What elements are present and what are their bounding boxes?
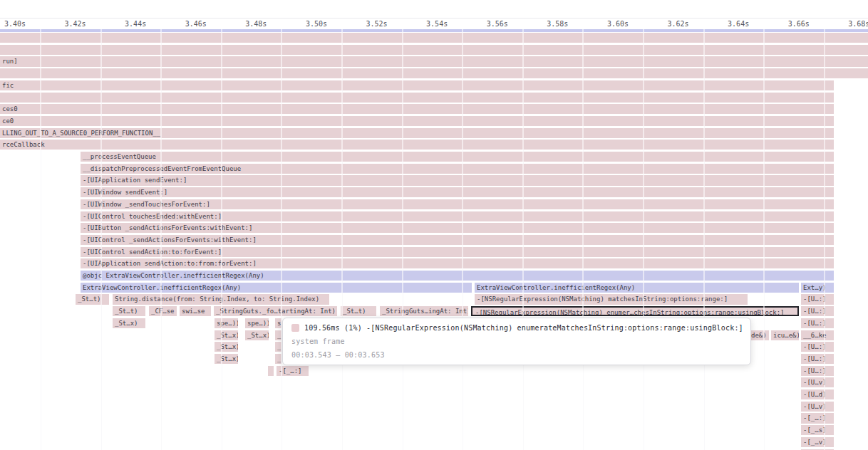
frame-bar[interactable]: __dispatchPreprocessedEventFromEventQueu… xyxy=(81,164,834,174)
timeline-selection-strip xyxy=(0,29,868,32)
time-gridline xyxy=(703,29,705,450)
frame-bar[interactable]: __processEventQueue xyxy=(81,152,834,162)
frame-bar[interactable] xyxy=(0,33,868,43)
frame-bar[interactable]: -[UIControl _sendActionsForEvents:withEv… xyxy=(81,235,834,245)
frame-bar[interactable]: _St…t) xyxy=(341,306,376,316)
frame-bar[interactable] xyxy=(0,68,868,78)
frame-bar[interactable]: icu…e&) xyxy=(771,330,799,340)
time-tick-label: 3.64s xyxy=(719,19,749,28)
frame-bar[interactable]: de&) xyxy=(749,330,769,340)
frame-bar[interactable]: -[U…:] xyxy=(801,294,834,304)
tooltip-duration-line: 109.56ms (1%) -[NSRegularExpression(NSMa… xyxy=(291,323,742,333)
frame-tooltip: 109.56ms (1%) -[NSRegularExpression(NSMa… xyxy=(282,318,751,365)
time-gridline xyxy=(582,29,584,450)
frame-bar[interactable]: -[UIControl sendAction:to:forEvent:] xyxy=(81,247,834,257)
ruler-divider xyxy=(0,18,868,19)
frame-bar[interactable]: -[U…:] xyxy=(801,318,834,328)
tooltip-time-range: 00:03.543 — 00:03.653 xyxy=(291,350,742,360)
frame-bar[interactable]: swi…se xyxy=(180,306,211,316)
frame-bar[interactable]: _St…x) xyxy=(215,342,238,352)
frame-bar[interactable]: -[UIApplication sendAction:to:from:forEv… xyxy=(81,258,834,268)
time-tick-label: 3.62s xyxy=(659,19,689,28)
time-tick-label: 3.66s xyxy=(780,19,810,28)
frame-bar[interactable]: _StringGuts._fo…tartingAt: Int) xyxy=(214,306,337,316)
frame-bar[interactable]: _St…x) xyxy=(215,354,238,364)
tooltip-frame-kind: system frame xyxy=(291,337,742,346)
frame-bar[interactable]: _CF…se xyxy=(149,306,177,316)
frame-bar[interactable]: _St…t) xyxy=(113,306,145,316)
time-tick-label: 3.68s xyxy=(839,19,868,28)
frame-bar[interactable]: ces0 xyxy=(0,104,834,114)
time-gridline xyxy=(341,29,343,450)
frame-bar[interactable]: LLING_OUT_TO_A_SOURCE0_PERFORM_FUNCTION_… xyxy=(0,128,834,138)
frame-bar[interactable]: -[_…:] xyxy=(801,413,834,423)
frame-bar[interactable]: -[_…v] xyxy=(801,437,834,447)
time-tick-label: 3.44s xyxy=(116,19,146,28)
frame-bar[interactable]: -[UIWindow _sendTouchesForEvent:] xyxy=(81,199,834,209)
time-gridline xyxy=(160,29,162,450)
time-gridline xyxy=(100,29,102,450)
frame-bar[interactable]: -[U…:] xyxy=(801,306,834,316)
time-gridline xyxy=(221,29,222,450)
frame-bar[interactable]: -[U…:] xyxy=(801,366,834,376)
time-tick-label: 3.40s xyxy=(0,19,26,28)
frame-bar[interactable]: -[U…:] xyxy=(801,342,834,352)
frame-bar[interactable]: ce0 xyxy=(0,116,834,126)
frame-bar[interactable]: Ext…y) xyxy=(801,283,834,293)
frame-bar[interactable]: -[_…s] xyxy=(801,425,834,435)
frame-color-swatch-icon xyxy=(291,324,299,332)
frame-bar[interactable]: rceCallback xyxy=(0,140,834,150)
frame-bar[interactable]: _StringGuts…ingAt: Int) xyxy=(380,306,468,316)
frame-bar[interactable]: @objc ExtraViewController.inefficientReg… xyxy=(81,271,834,281)
time-tick-label: 3.46s xyxy=(177,19,207,28)
time-gridline xyxy=(643,29,644,450)
frame-bar[interactable]: _St…x) xyxy=(113,318,145,328)
time-tick-label: 3.48s xyxy=(237,19,267,28)
frame-bar[interactable] xyxy=(0,93,834,103)
frame-bar[interactable]: spe…)) xyxy=(215,318,238,328)
time-gridline xyxy=(40,29,41,450)
frame-bar[interactable] xyxy=(268,366,274,376)
time-gridline xyxy=(763,29,765,450)
frame-bar[interactable]: __6…ke xyxy=(801,330,834,340)
frame-bar[interactable]: -[NSRegularExpression(NSMatching) matche… xyxy=(475,294,748,304)
time-gridline xyxy=(281,29,282,450)
frame-bar[interactable]: -[UIButton _sendActionsForEvents:withEve… xyxy=(81,223,834,233)
time-tick-label: 3.50s xyxy=(297,19,327,28)
flame-chart-canvas[interactable]: 3.40s3.42s3.44s3.46s3.48s3.50s3.52s3.54s… xyxy=(0,0,868,450)
time-tick-label: 3.54s xyxy=(418,19,448,28)
frame-bar[interactable]: _St…t) xyxy=(76,294,109,304)
frame-bar[interactable]: fic xyxy=(0,80,834,90)
time-gridline xyxy=(402,29,403,450)
frame-bar[interactable]: -[U…v] xyxy=(801,402,834,412)
frame-bar[interactable]: -[UIControl touchesEnded:withEvent:] xyxy=(81,211,834,221)
selected-frame-bar[interactable]: -[NSRegularExpression(NSMatching) enumer… xyxy=(471,306,799,316)
frame-bar[interactable]: -[UIApplication sendEvent:] xyxy=(81,175,834,185)
frame-bar[interactable]: ExtraViewController.inefficientRegex(Any… xyxy=(81,283,472,293)
time-tick-label: 3.42s xyxy=(56,19,86,28)
time-tick-label: 3.52s xyxy=(358,19,388,28)
tooltip-duration-text: 109.56ms (1%) -[NSRegularExpression(NSMa… xyxy=(304,323,743,333)
frame-bar[interactable]: run] xyxy=(0,56,868,66)
frame-bar[interactable]: _St…x) xyxy=(215,330,238,340)
time-gridline xyxy=(462,29,463,450)
time-gridline xyxy=(522,29,524,450)
frame-bar[interactable]: -[U…d] xyxy=(801,389,834,399)
frame-bar[interactable]: -[U…v] xyxy=(801,377,834,387)
time-tick-label: 3.56s xyxy=(478,19,508,28)
frame-bar[interactable]: spe…)) xyxy=(245,318,269,328)
time-gridline xyxy=(824,29,825,450)
frame-bar[interactable]: -[UIWindow sendEvent:] xyxy=(81,187,834,197)
frame-bar[interactable]: _St…x) xyxy=(245,330,269,340)
time-tick-label: 3.60s xyxy=(599,19,629,28)
frame-bar[interactable] xyxy=(0,45,868,55)
time-tick-label: 3.58s xyxy=(538,19,568,28)
frame-bar[interactable]: -[U…:] xyxy=(801,354,834,364)
